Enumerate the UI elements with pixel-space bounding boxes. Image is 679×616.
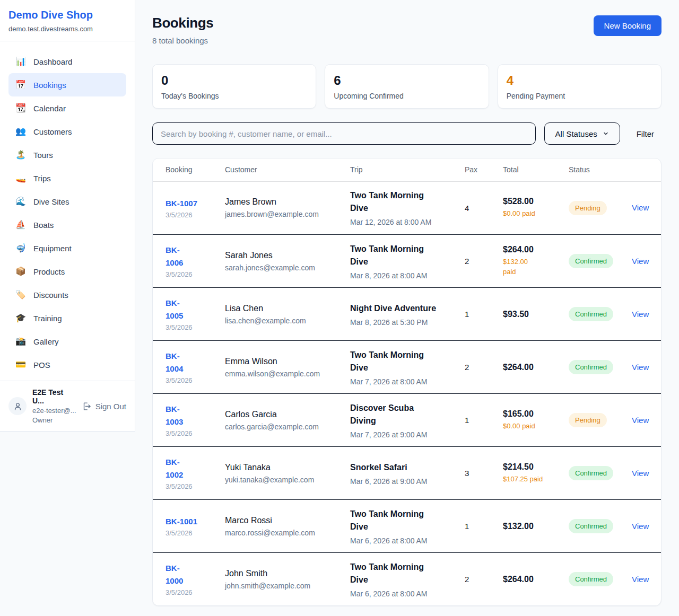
booking-cell: BK- 1003 3/5/2026	[166, 403, 225, 437]
trip-cell: Night Dive Adventure Mar 8, 2026 at 5:30…	[350, 302, 465, 327]
status-cell: Confirmed	[569, 254, 632, 268]
view-link[interactable]: View	[632, 416, 649, 425]
total-amount: $528.00	[503, 197, 563, 206]
table-row-bk-1003: BK- 1003 3/5/2026 Carlos Garcia carlos.g…	[153, 393, 661, 446]
sidebar-item-trips[interactable]: 🚤 Trips	[8, 166, 126, 190]
total-amount: $93.50	[503, 310, 563, 319]
pax-count: 1	[465, 310, 503, 319]
status-badge: Pending	[569, 413, 607, 427]
stat-label: Today's Bookings	[161, 92, 307, 100]
sidebar-item-gallery[interactable]: 📸 Gallery	[8, 330, 126, 353]
trip-cell: Two Tank Morning Dive Mar 6, 2026 at 8:0…	[350, 508, 465, 545]
sidebar-item-boats[interactable]: ⛵ Boats	[8, 213, 126, 236]
trip-datetime: Mar 6, 2026 at 8:00 AM	[350, 536, 459, 545]
actions-cell: View	[632, 203, 648, 213]
sidebar-item-pos[interactable]: 💳 POS	[8, 353, 126, 376]
new-booking-button[interactable]: New Booking	[594, 15, 661, 36]
stats-row: 0 Today's Bookings 6 Upcoming Confirmed …	[152, 64, 661, 109]
customer-name: Sarah Jones	[225, 251, 345, 260]
booking-number-link[interactable]: BK- 1003	[166, 403, 183, 428]
stat-card-today-s-bookings: 0 Today's Bookings	[152, 64, 316, 109]
status-filter-select[interactable]: All Statuses	[544, 122, 620, 145]
customer-cell: Yuki Tanaka yuki.tanaka@example.com	[225, 463, 350, 484]
sidebar-item-dive-sites[interactable]: 🌊 Dive Sites	[8, 190, 126, 213]
total-amount: $165.00	[503, 409, 563, 419]
sign-out-label: Sign Out	[95, 402, 126, 411]
booking-cell: BK- 1005 3/5/2026	[166, 297, 225, 331]
page-title: Bookings	[152, 15, 213, 31]
view-link[interactable]: View	[632, 575, 649, 584]
table-row-bk-1000: BK- 1000 3/5/2026 John Smith john.smith@…	[153, 552, 661, 605]
booking-number-link[interactable]: BK- 1005	[166, 297, 183, 322]
booking-date: 3/5/2026	[166, 482, 220, 490]
customer-cell: James Brown james.brown@example.com	[225, 197, 350, 218]
stat-card-upcoming-confirmed: 6 Upcoming Confirmed	[325, 64, 489, 109]
booking-number-link[interactable]: BK- 1004	[166, 350, 183, 375]
pax-count: 2	[465, 257, 503, 266]
booking-number-link[interactable]: BK-1007	[166, 197, 197, 210]
booking-cell: BK-1001 3/5/2026	[166, 515, 225, 537]
shop-domain: demo.test.divestreams.com	[8, 25, 126, 33]
sidebar-item-customers[interactable]: 👥 Customers	[8, 120, 126, 143]
booking-date: 3/5/2026	[166, 376, 220, 384]
total-amount: $214.50	[503, 462, 563, 472]
search-input[interactable]	[152, 122, 536, 145]
booking-number-link[interactable]: BK- 1002	[166, 456, 183, 481]
sidebar-item-training[interactable]: 🎓 Training	[8, 306, 126, 330]
total-cell: $264.00 $132.00 paid	[503, 245, 569, 277]
customer-name: John Smith	[225, 569, 345, 578]
page-subtitle: 8 total bookings	[152, 36, 213, 45]
actions-cell: View	[632, 363, 648, 372]
chevron-down-icon	[603, 130, 609, 137]
column-header-trip: Trip	[350, 165, 465, 174]
customer-cell: Marco Rossi marco.rossi@example.com	[225, 516, 350, 537]
column-header-status: Status	[569, 165, 632, 174]
booking-cell: BK- 1002 3/5/2026	[166, 456, 225, 490]
view-link[interactable]: View	[632, 469, 649, 478]
status-badge: Confirmed	[569, 572, 613, 586]
sidebar-item-calendar[interactable]: 📆 Calendar	[8, 96, 126, 120]
total-amount: $264.00	[503, 363, 563, 372]
customer-cell: John Smith john.smith@example.com	[225, 569, 350, 590]
booking-date: 3/5/2026	[166, 323, 220, 331]
view-link[interactable]: View	[632, 522, 649, 531]
user-section: E2E Test U... e2e-tester@... Owner Sign …	[0, 381, 135, 431]
trip-cell: Snorkel Safari Mar 6, 2026 at 9:00 AM	[350, 461, 465, 486]
column-header-booking: Booking	[166, 165, 225, 174]
customer-email: lisa.chen@example.com	[225, 316, 345, 325]
stat-value: 0	[161, 74, 307, 87]
pax-count: 4	[465, 204, 503, 213]
sidebar-item-dashboard[interactable]: 📊 Dashboard	[8, 50, 126, 73]
booking-number-link[interactable]: BK- 1000	[166, 562, 183, 587]
trip-name: Discover Scuba Diving	[350, 402, 459, 427]
sidebar-item-discounts[interactable]: 🏷️ Discounts	[8, 283, 126, 306]
booking-number-link[interactable]: BK-1001	[166, 515, 197, 528]
view-link[interactable]: View	[632, 203, 649, 212]
nav-item-icon: 🏝️	[15, 151, 27, 159]
sign-out-button[interactable]: Sign Out	[82, 402, 126, 411]
booking-number-link[interactable]: BK- 1006	[166, 244, 183, 269]
sidebar-item-bookings[interactable]: 📅 Bookings	[8, 73, 126, 96]
user-name: E2E Test U...	[32, 388, 76, 405]
trip-name: Two Tank Morning Dive	[350, 243, 459, 268]
trip-cell: Two Tank Morning Dive Mar 7, 2026 at 8:0…	[350, 349, 465, 386]
paid-amount: $132.00 paid	[503, 257, 563, 277]
view-link[interactable]: View	[632, 310, 649, 319]
view-link[interactable]: View	[632, 257, 649, 266]
sidebar-item-tours[interactable]: 🏝️ Tours	[8, 143, 126, 166]
total-amount: $264.00	[503, 575, 563, 584]
trip-cell: Two Tank Morning Dive Mar 6, 2026 at 8:0…	[350, 561, 465, 598]
trip-datetime: Mar 6, 2026 at 8:00 AM	[350, 589, 459, 598]
customer-name: Carlos Garcia	[225, 410, 345, 419]
nav-item-icon: 📆	[15, 104, 27, 112]
sidebar-item-products[interactable]: 📦 Products	[8, 260, 126, 283]
stat-label: Pending Payment	[507, 92, 652, 100]
trip-datetime: Mar 7, 2026 at 9:00 AM	[350, 430, 459, 439]
customer-email: marco.rossi@example.com	[225, 529, 345, 537]
brand: Demo Dive Shop demo.test.divestreams.com	[0, 0, 135, 41]
customer-cell: Lisa Chen lisa.chen@example.com	[225, 304, 350, 325]
trip-datetime: Mar 8, 2026 at 5:30 PM	[350, 318, 459, 327]
sidebar-item-equipment[interactable]: 🤿 Equipment	[8, 236, 126, 260]
view-link[interactable]: View	[632, 363, 649, 372]
nav-item-label: Training	[33, 314, 62, 323]
